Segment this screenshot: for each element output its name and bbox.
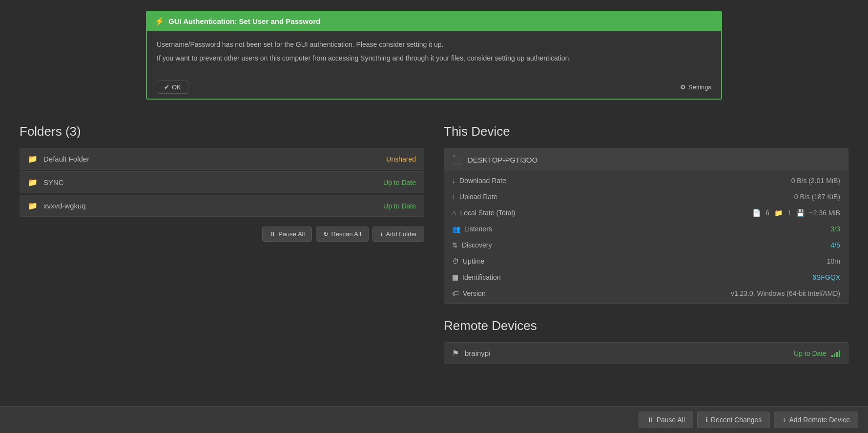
disk-size: ~2.36 MiB	[809, 209, 840, 217]
id-icon: ▦	[452, 273, 458, 281]
bottom-bar: ⏸ Pause All ℹ Recent Changes + Add Remot…	[0, 406, 868, 433]
folders-title: Folders (3)	[20, 124, 424, 139]
pause-all-button[interactable]: ⏸ Pause All	[262, 227, 312, 242]
device-row-discovery: ⇅ Discovery 4/5	[444, 237, 848, 253]
device-rows: ↓ Download Rate 0 B/s (2.01 MiB) ↑ Uploa…	[444, 171, 848, 303]
alert-footer: ✔ OK ⚙ Settings	[147, 76, 721, 99]
folder-icon-sync: 📁	[28, 178, 38, 187]
alert-title: GUI Authentication: Set User and Passwor…	[168, 17, 320, 25]
folders-count: 1	[787, 209, 791, 217]
listeners-label: 👥 Listeners	[452, 225, 492, 233]
discovery-value: 4/5	[831, 241, 840, 249]
tag-icon: 🏷	[452, 289, 459, 297]
remote-device-name: brainypi	[465, 349, 491, 357]
check-icon: ✔	[164, 83, 169, 91]
uptime-label: ⏱ Uptime	[452, 257, 484, 265]
add-folder-button[interactable]: + Add Folder	[372, 227, 424, 242]
flag-icon: ⚑	[452, 349, 459, 358]
device-row-uptime: ⏱ Uptime 10m	[444, 253, 848, 269]
upload-label: ↑ Upload Rate	[452, 193, 497, 201]
pause-bottom-icon: ⏸	[647, 416, 654, 424]
folder-actions: ⏸ Pause All ↻ Rescan All + Add Folder	[20, 227, 424, 242]
device-header: ⬛ DESKTOP-PGTI3OO	[444, 148, 848, 171]
signal-bar-3	[836, 352, 838, 357]
folder-status-sync: Up to Date	[383, 179, 416, 186]
files-icon: 📄	[752, 209, 761, 217]
remote-devices-title: Remote Devices	[444, 318, 848, 333]
folder-name-sync: SYNC	[43, 178, 64, 186]
version-label: 🏷 Version	[452, 289, 486, 297]
version-value: v1.23.0, Windows (64-bit Intel/AMD)	[731, 289, 840, 297]
remote-device-left: ⚑ brainypi	[452, 349, 491, 358]
upload-icon: ↑	[452, 193, 455, 201]
identification-value[interactable]: 6SFGQX	[812, 273, 840, 281]
plus-remote-icon: +	[782, 416, 786, 424]
folder-left-xvxvd: 📁 xvxvd-wgkuq	[28, 201, 86, 210]
right-section: This Device ⬛ DESKTOP-PGTI3OO ↓ Download…	[444, 124, 848, 379]
download-icon: ↓	[452, 177, 455, 185]
signal-bar-1	[831, 355, 833, 357]
bottom-pause-all-button[interactable]: ⏸ Pause All	[639, 412, 693, 428]
device-row-listeners: 👥 Listeners 3/3	[444, 221, 848, 237]
add-remote-device-button[interactable]: + Add Remote Device	[774, 412, 858, 428]
this-device-box: ⬛ DESKTOP-PGTI3OO ↓ Download Rate 0 B/s …	[444, 148, 848, 304]
pause-icon: ⏸	[269, 230, 276, 238]
local-state-label: ⌂ Local State (Total)	[452, 209, 515, 217]
folder-left-default: 📁 Default Folder	[28, 154, 89, 164]
discovery-icon: ⇅	[452, 241, 458, 249]
auth-alert: ⚡ GUI Authentication: Set User and Passw…	[146, 11, 722, 100]
device-row-identification: ▦ Identification 6SFGQX	[444, 269, 848, 286]
recent-changes-button[interactable]: ℹ Recent Changes	[697, 412, 770, 428]
alert-line1: Username/Password has not been set for t…	[157, 41, 711, 48]
folder-item-default[interactable]: 📁 Default Folder Unshared	[20, 148, 424, 170]
folder-left-sync: 📁 SYNC	[28, 178, 64, 187]
device-row-version: 🏷 Version v1.23.0, Windows (64-bit Intel…	[444, 286, 848, 301]
folder-status-xvxvd: Up to Date	[383, 202, 416, 210]
uptime-icon: ⏱	[452, 257, 459, 265]
main-content: Folders (3) 📁 Default Folder Unshared 📁 …	[0, 109, 868, 393]
device-row-local-state: ⌂ Local State (Total) 📄 6 📁 1 💾 ~2.36 Mi…	[444, 205, 848, 221]
identification-label: ▦ Identification	[452, 273, 501, 281]
upload-value: 0 B/s (187 KiB)	[794, 193, 840, 201]
download-value: 0 B/s (2.01 MiB)	[791, 177, 840, 185]
device-row-download: ↓ Download Rate 0 B/s (2.01 MiB)	[444, 173, 848, 189]
files-count: 6	[765, 209, 769, 217]
local-state-values: 📄 6 📁 1 💾 ~2.36 MiB	[752, 209, 840, 217]
alert-body: Username/Password has not been set for t…	[147, 31, 721, 76]
signal-bars	[831, 350, 840, 357]
folder-list: 📁 Default Folder Unshared 📁 SYNC Up to D…	[20, 148, 424, 217]
signal-bar-2	[834, 353, 835, 357]
folder-item-xvxvd[interactable]: 📁 xvxvd-wgkuq Up to Date	[20, 195, 424, 217]
remote-device-brainypi[interactable]: ⚑ brainypi Up to Date	[444, 342, 848, 364]
listeners-icon: 👥	[452, 225, 460, 233]
alert-header: ⚡ GUI Authentication: Set User and Passw…	[147, 12, 721, 31]
alert-line2: If you want to prevent other users on th…	[157, 54, 711, 62]
lightning-icon: ⚡	[155, 17, 165, 26]
info-icon: ℹ	[705, 416, 708, 424]
folder-icon-xvxvd: 📁	[28, 201, 38, 210]
device-name: DESKTOP-PGTI3OO	[468, 156, 537, 164]
folder-name-default: Default Folder	[43, 155, 89, 163]
remote-device-status: Up to Date	[794, 350, 827, 357]
download-label: ↓ Download Rate	[452, 177, 506, 185]
folders-section: Folders (3) 📁 Default Folder Unshared 📁 …	[20, 124, 424, 379]
folders-icon: 📁	[774, 209, 783, 217]
folder-status-default: Unshared	[386, 155, 416, 163]
folder-icon-default: 📁	[28, 154, 38, 164]
plus-icon: +	[380, 230, 384, 238]
device-row-upload: ↑ Upload Rate 0 B/s (187 KiB)	[444, 189, 848, 205]
this-device-section: This Device ⬛ DESKTOP-PGTI3OO ↓ Download…	[444, 124, 848, 304]
device-icon: ⬛	[452, 154, 463, 165]
gear-icon: ⚙	[680, 83, 686, 91]
rescan-icon: ↻	[323, 230, 329, 238]
remote-devices-section: Remote Devices ⚑ brainypi Up to Date	[444, 318, 848, 364]
discovery-label: ⇅ Discovery	[452, 241, 492, 249]
settings-button[interactable]: ⚙ Settings	[680, 83, 711, 91]
folder-name-xvxvd: xvxvd-wgkuq	[43, 202, 86, 210]
signal-bar-4	[839, 351, 840, 357]
folder-item-sync[interactable]: 📁 SYNC Up to Date	[20, 171, 424, 193]
uptime-value: 10m	[827, 257, 840, 265]
ok-button[interactable]: ✔ OK	[157, 81, 188, 94]
disk-icon: 💾	[796, 209, 805, 217]
rescan-all-button[interactable]: ↻ Rescan All	[316, 227, 368, 242]
